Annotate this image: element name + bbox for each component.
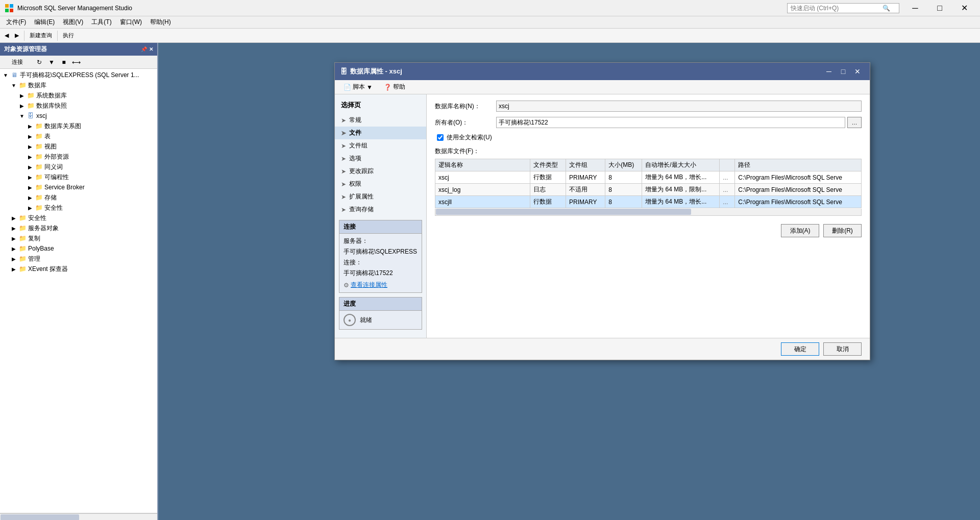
menu-help[interactable]: 帮助(H) bbox=[146, 17, 175, 28]
sel-item-permissions[interactable]: ➤ 权限 bbox=[335, 178, 426, 190]
input-logical-name-log[interactable] bbox=[438, 186, 527, 193]
new-query-button[interactable]: 新建查询 bbox=[27, 30, 55, 41]
file-action-buttons: 添加(A) 删除(R) bbox=[435, 224, 862, 237]
cancel-button[interactable]: 取消 bbox=[823, 342, 862, 356]
sel-item-query-store[interactable]: ➤ 查询存储 bbox=[335, 203, 426, 216]
expand-server-objects[interactable]: ▶ bbox=[10, 225, 17, 232]
expand-security-db[interactable]: ▶ bbox=[27, 204, 34, 211]
tree-item-xscj[interactable]: ▼ 🗄 xscj bbox=[0, 111, 157, 121]
input-logical-name-xscj[interactable] bbox=[438, 174, 527, 181]
dialog-close-button[interactable]: ✕ bbox=[850, 66, 865, 77]
tree-item-databases[interactable]: ▼ 📁 数据库 bbox=[0, 80, 157, 90]
expand-tables[interactable]: ▶ bbox=[27, 133, 34, 140]
owner-input[interactable] bbox=[496, 117, 845, 128]
sel-item-general[interactable]: ➤ 常规 bbox=[335, 114, 426, 127]
tree-item-security-db[interactable]: ▶ 📁 安全性 bbox=[0, 203, 157, 213]
cell-logical-name-log[interactable] bbox=[435, 184, 530, 196]
cell-logical-name-xscjll[interactable] bbox=[435, 196, 530, 208]
xevent-label: XEvent 探查器 bbox=[28, 265, 68, 274]
files-table-scroll[interactable]: 逻辑名称 文件类型 文件组 大小(MB) 自动增长/最大大小 路径 bbox=[435, 159, 862, 208]
expand-db-diagram[interactable]: ▶ bbox=[27, 122, 34, 130]
tree-item-system-db[interactable]: ▶ 📁 系统数据库 bbox=[0, 90, 157, 101]
expand-external-res[interactable]: ▶ bbox=[27, 153, 34, 160]
back-button[interactable]: ◀ bbox=[2, 30, 11, 41]
database-properties-dialog: 🗄 数据库属性 - xscj ─ □ ✕ 📄 脚本 ▼ ❓ 帮助 bbox=[334, 62, 870, 360]
table-horizontal-scrollbar[interactable] bbox=[435, 209, 862, 216]
tree-item-management[interactable]: ▶ 📁 管理 bbox=[0, 254, 157, 264]
stop-button[interactable]: ■ bbox=[58, 57, 69, 67]
tree-item-db-snapshot[interactable]: ▶ 📁 数据库快照 bbox=[0, 101, 157, 111]
tree-item-tables[interactable]: ▶ 📁 表 bbox=[0, 131, 157, 141]
sync-button[interactable]: ⟷ bbox=[70, 57, 82, 67]
cell-ellipsis-xscjll[interactable]: ... bbox=[720, 196, 735, 208]
expand-management[interactable]: ▶ bbox=[10, 255, 17, 262]
quick-search-input[interactable] bbox=[791, 5, 883, 12]
expand-xevent[interactable]: ▶ bbox=[10, 265, 17, 273]
expand-programmability[interactable]: ▶ bbox=[27, 174, 34, 181]
tree-item-storage[interactable]: ▶ 📁 存储 bbox=[0, 192, 157, 203]
expand-service-broker[interactable]: ▶ bbox=[27, 184, 34, 191]
menu-view[interactable]: 视图(V) bbox=[59, 17, 87, 28]
help-button[interactable]: ❓ 帮助 bbox=[379, 81, 410, 93]
tree-item-replication[interactable]: ▶ 📁 复制 bbox=[0, 233, 157, 243]
tree-item-programmability[interactable]: ▶ 📁 可编程性 bbox=[0, 172, 157, 182]
menu-window[interactable]: 窗口(W) bbox=[116, 17, 146, 28]
tree-item-security[interactable]: ▶ 📁 安全性 bbox=[0, 213, 157, 223]
cell-ellipsis-xscj[interactable]: ... bbox=[720, 171, 735, 184]
tree-item-db-diagram[interactable]: ▶ 📁 数据库关系图 bbox=[0, 121, 157, 131]
oe-horizontal-scroll[interactable] bbox=[0, 513, 157, 520]
sel-label-extended-props: 扩展属性 bbox=[349, 192, 374, 201]
ok-button[interactable]: 确定 bbox=[781, 342, 819, 356]
script-button[interactable]: 📄 脚本 ▼ bbox=[339, 81, 377, 93]
tree-item-polybase[interactable]: ▶ 📁 PolyBase bbox=[0, 243, 157, 254]
sel-item-change-tracking[interactable]: ➤ 更改跟踪 bbox=[335, 165, 426, 178]
close-button[interactable]: ✕ bbox=[952, 0, 976, 16]
tree-item-synonyms[interactable]: ▶ 📁 同义词 bbox=[0, 162, 157, 172]
dialog-maximize-button[interactable]: □ bbox=[836, 66, 850, 77]
sel-item-filegroups[interactable]: ➤ 文件组 bbox=[335, 139, 426, 152]
expand-storage[interactable]: ▶ bbox=[27, 194, 34, 201]
tree-item-xevent[interactable]: ▶ 📁 XEvent 探查器 bbox=[0, 264, 157, 274]
progress-section-body: ● 就绪 bbox=[339, 311, 422, 329]
view-props-icon: ⚙ bbox=[344, 282, 349, 289]
sel-item-options[interactable]: ➤ 选项 bbox=[335, 152, 426, 165]
input-logical-name-xscjll[interactable] bbox=[438, 199, 527, 206]
sel-item-files[interactable]: ➤ 文件 bbox=[335, 127, 426, 139]
sel-item-extended-props[interactable]: ➤ 扩展属性 bbox=[335, 190, 426, 203]
menu-tools[interactable]: 工具(T) bbox=[87, 17, 115, 28]
tree-item-views[interactable]: ▶ 📁 视图 bbox=[0, 141, 157, 152]
add-file-button[interactable]: 添加(A) bbox=[781, 224, 819, 237]
expand-server[interactable]: ▼ bbox=[2, 71, 9, 79]
tree-item-service-broker[interactable]: ▶ 📁 Service Broker bbox=[0, 182, 157, 192]
cell-ellipsis-log[interactable]: ... bbox=[720, 184, 735, 196]
db-name-input[interactable] bbox=[496, 101, 862, 112]
refresh-button[interactable]: ↻ bbox=[34, 57, 45, 67]
expand-polybase[interactable]: ▶ bbox=[10, 245, 17, 252]
menu-edit[interactable]: 编辑(E) bbox=[30, 17, 59, 28]
tree-item-server[interactable]: ▼ 🖥 手可摘棉花\SQLEXPRESS (SQL Server 1... bbox=[0, 70, 157, 80]
expand-system-db[interactable]: ▶ bbox=[18, 92, 26, 99]
expand-views[interactable]: ▶ bbox=[27, 143, 34, 150]
minimize-button[interactable]: ─ bbox=[903, 0, 927, 16]
forward-button[interactable]: ▶ bbox=[12, 30, 21, 41]
view-connection-props-link[interactable]: 查看连接属性 bbox=[351, 281, 387, 289]
expand-security[interactable]: ▶ bbox=[10, 214, 17, 221]
expand-xscj[interactable]: ▼ bbox=[18, 112, 26, 119]
remove-file-button[interactable]: 删除(R) bbox=[823, 224, 862, 237]
expand-synonyms[interactable]: ▶ bbox=[27, 163, 34, 170]
expand-databases[interactable]: ▼ bbox=[10, 82, 17, 89]
filter-button[interactable]: ▼ bbox=[46, 57, 57, 67]
execute-button[interactable]: 执行 bbox=[60, 30, 77, 41]
cell-logical-name-xscj[interactable] bbox=[435, 171, 530, 184]
owner-browse-button[interactable]: … bbox=[847, 117, 862, 128]
tree-item-external-res[interactable]: ▶ 📁 外部资源 bbox=[0, 152, 157, 162]
connect-button[interactable]: 连接 bbox=[2, 57, 33, 67]
tree-item-server-objects[interactable]: ▶ 📁 服务器对象 bbox=[0, 223, 157, 233]
fulltext-checkbox[interactable] bbox=[437, 134, 444, 141]
expand-db-snapshot[interactable]: ▶ bbox=[18, 102, 26, 109]
maximize-button[interactable]: □ bbox=[928, 0, 951, 16]
quick-search-box[interactable]: 🔍 bbox=[787, 3, 899, 13]
dialog-minimize-button[interactable]: ─ bbox=[822, 66, 836, 77]
expand-replication[interactable]: ▶ bbox=[10, 235, 17, 242]
menu-file[interactable]: 文件(F) bbox=[2, 17, 30, 28]
